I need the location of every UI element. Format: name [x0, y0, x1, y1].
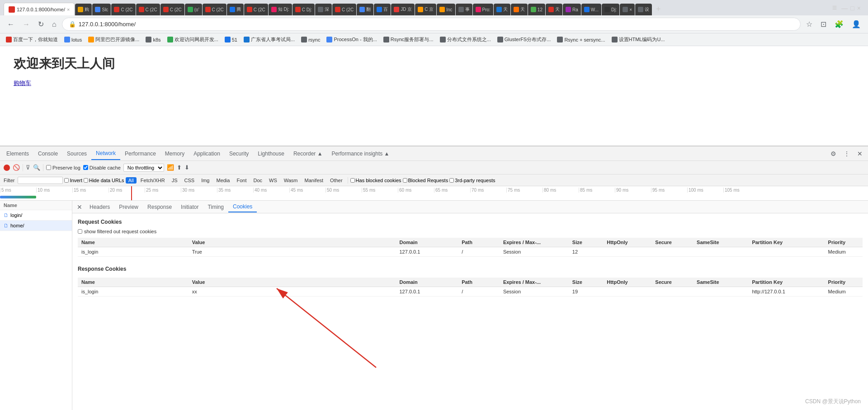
devtools-tab-recorder[interactable]: Recorder ▲	[289, 148, 327, 160]
bookmark-item[interactable]: 分布式文件系统之...	[438, 35, 493, 44]
address-bar[interactable]: 🔒 127.0.0.1:8000/home/	[62, 18, 801, 31]
filter-tag-wasm[interactable]: Wasm	[281, 177, 301, 184]
filter-tag-font[interactable]: Font	[234, 177, 249, 184]
devtools-tab-performance-insights[interactable]: Performance insights ▲	[327, 148, 394, 160]
tab-item[interactable]: Dj:	[602, 4, 619, 15]
tab-item[interactable]: 天	[511, 4, 528, 15]
devtools-tab-console[interactable]: Console	[33, 148, 62, 160]
tab-list-icon[interactable]: ≡	[832, 3, 837, 13]
forward-button[interactable]: →	[20, 18, 33, 31]
tab-item[interactable]: 天	[546, 4, 562, 15]
hide-data-urls-checkbox[interactable]	[84, 178, 88, 183]
tab-close-icon[interactable]: ×	[67, 7, 70, 12]
devtools-tab-security[interactable]: Security	[225, 148, 253, 160]
show-filtered-checkbox[interactable]	[78, 229, 82, 234]
bookmark-item[interactable]: 欢迎访问网易开发...	[165, 35, 221, 44]
bookmark-item[interactable]: ProcessOn - 我的...	[324, 35, 379, 44]
invert-checkbox[interactable]	[64, 178, 69, 183]
request-item-login[interactable]: 🗋 login/	[0, 210, 72, 221]
tab-item[interactable]: W...	[581, 4, 601, 15]
bookmark-item[interactable]: 阿里巴巴开源镜像...	[86, 35, 142, 44]
filter-tag-ws[interactable]: WS	[266, 177, 280, 184]
bookmark-item[interactable]: Rsync服务部署与...	[381, 35, 436, 44]
bookmark-item[interactable]: lotus	[62, 36, 84, 43]
detail-tab-cookies[interactable]: Cookies	[228, 202, 257, 212]
hide-data-urls-label[interactable]: Hide data URLs	[84, 178, 124, 183]
tab-item[interactable]: C (2C	[244, 4, 268, 15]
tab-item[interactable]: 百	[374, 4, 391, 15]
tab-item[interactable]: C (2C	[332, 4, 356, 15]
tab-item[interactable]: 知 Dj:	[269, 4, 292, 15]
request-item-home[interactable]: 🗋 home/	[0, 221, 72, 231]
bookmark-item[interactable]: rsync	[299, 36, 322, 43]
detail-tab-initiator[interactable]: Initiator	[176, 202, 203, 212]
filter-toolbar-icon[interactable]: ⊽	[26, 164, 30, 171]
tab-item[interactable]: Inc	[437, 4, 455, 15]
tab-item[interactable]: C (2C	[203, 4, 226, 15]
tab-item[interactable]: (o'	[185, 4, 202, 15]
filter-tag-js[interactable]: JS	[169, 177, 180, 184]
refresh-button[interactable]: ↻	[35, 17, 47, 31]
tab-item[interactable]: 设	[635, 4, 652, 15]
third-party-label[interactable]: 3rd-party requests	[449, 178, 495, 183]
bookmark-item[interactable]: k8s	[143, 36, 163, 43]
new-tab-button[interactable]: +	[652, 5, 665, 14]
tab-item[interactable]: C Dj:	[292, 4, 315, 15]
filter-input[interactable]	[18, 177, 63, 184]
tab-item[interactable]: C (2C	[136, 4, 160, 15]
bookmark-item[interactable]: GlusterFS分布式存...	[495, 35, 553, 44]
preserve-log-checkbox[interactable]	[46, 165, 51, 170]
bookmark-item[interactable]: 百度一下，你就知道	[4, 35, 60, 44]
invert-label[interactable]: Invert	[64, 178, 82, 183]
tab-item[interactable]: C (2C	[160, 4, 184, 15]
profile-icon[interactable]: 👤	[849, 17, 863, 31]
devtools-tab-lighthouse[interactable]: Lighthouse	[253, 148, 289, 160]
devtools-settings-icon[interactable]: ⚙	[827, 147, 840, 160]
tab-item[interactable]: 腾	[227, 4, 244, 15]
record-button[interactable]	[4, 165, 10, 171]
blocked-requests-label[interactable]: Blocked Requests	[403, 178, 448, 183]
devtools-close-icon[interactable]: ✕	[854, 147, 866, 160]
download-icon[interactable]: ⬇	[184, 164, 189, 171]
has-blocked-cookies-checkbox[interactable]	[350, 178, 355, 183]
devtools-tab-performance[interactable]: Performance	[120, 148, 160, 160]
detail-tab-timing[interactable]: Timing	[203, 202, 228, 212]
filter-tag-css[interactable]: CSS	[182, 177, 198, 184]
active-tab[interactable]: 127.0.0.1:8000/home/ ×	[4, 3, 75, 15]
extension-icon[interactable]: 🧩	[832, 17, 846, 31]
tab-item[interactable]: C (2C	[111, 4, 135, 15]
detail-close-icon[interactable]: ✕	[74, 202, 85, 212]
detail-tab-preview[interactable]: Preview	[114, 202, 143, 212]
minimize-icon[interactable]: —	[841, 5, 848, 12]
tab-item[interactable]: 购	[75, 4, 92, 15]
devtools-more-icon[interactable]: ⋮	[840, 147, 854, 160]
tab-item[interactable]: 天	[494, 4, 510, 15]
back-button[interactable]: ←	[5, 18, 17, 31]
tab-item[interactable]: C 京	[415, 4, 436, 15]
tab-item[interactable]: JD 京	[391, 4, 415, 15]
tab-item[interactable]: 12	[528, 4, 545, 15]
filter-tag-all[interactable]: All	[126, 177, 137, 184]
close-icon[interactable]: ×	[857, 5, 861, 12]
tab-item[interactable]: Slc	[92, 4, 111, 15]
devtools-tab-memory[interactable]: Memory	[160, 148, 189, 160]
devtools-tab-application[interactable]: Application	[189, 148, 225, 160]
clear-button[interactable]: 🚫	[13, 164, 20, 171]
filter-tag-media[interactable]: Media	[213, 177, 232, 184]
throttling-select[interactable]: No throttling	[123, 164, 164, 172]
devtools-tab-network[interactable]: Network	[91, 147, 120, 160]
tab-item[interactable]: ×	[620, 4, 635, 15]
bookmark-item[interactable]: Rsync + sersync...	[555, 36, 607, 43]
search-toolbar-icon[interactable]: 🔍	[33, 164, 40, 171]
bookmark-star-button[interactable]: ☆	[803, 17, 815, 31]
detail-tab-headers[interactable]: Headers	[85, 202, 114, 212]
filter-tag-manifest[interactable]: Manifest	[302, 177, 326, 184]
maximize-icon[interactable]: □	[850, 5, 854, 12]
filter-tag-doc[interactable]: Doc	[250, 177, 265, 184]
has-blocked-cookies-label[interactable]: Has blocked cookies	[350, 178, 401, 183]
tab-item[interactable]: Pro:	[473, 4, 493, 15]
filter-tag-img[interactable]: Img	[198, 177, 212, 184]
wifi-icon[interactable]: 📶	[167, 164, 174, 171]
filter-tag-fetch[interactable]: Fetch/XHR	[138, 177, 168, 184]
home-button[interactable]: ⌂	[49, 18, 59, 31]
